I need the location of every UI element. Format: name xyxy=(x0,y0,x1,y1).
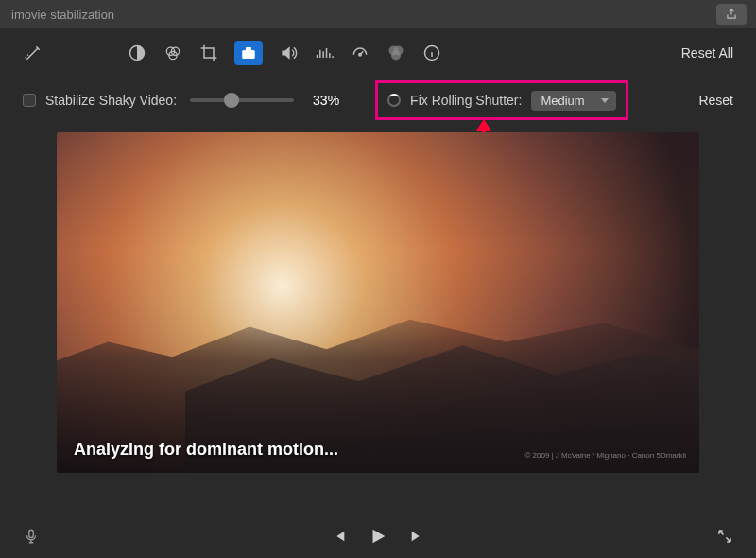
reset-button[interactable]: Reset xyxy=(698,93,733,108)
next-button[interactable] xyxy=(409,529,424,544)
slider-thumb[interactable] xyxy=(224,93,239,108)
magic-wand-icon[interactable] xyxy=(23,43,43,63)
spinner-icon xyxy=(387,94,401,107)
skip-back-icon xyxy=(332,529,347,544)
svg-point-9 xyxy=(391,51,401,61)
share-button[interactable] xyxy=(716,4,747,25)
voiceover-button[interactable] xyxy=(23,528,40,545)
playback-bar xyxy=(0,514,756,558)
playback-controls xyxy=(332,526,424,547)
svg-rect-11 xyxy=(29,530,34,537)
analysis-status: Analyzing for dominant motion... xyxy=(74,440,338,460)
microphone-icon xyxy=(23,528,40,545)
title-bar: imovie stabilization xyxy=(0,0,756,28)
stabilize-checkbox[interactable] xyxy=(23,94,36,107)
preview-watermark: © 2009 | J McVaine / Mignano · Canon 5Dm… xyxy=(524,451,686,460)
share-icon xyxy=(725,8,738,21)
svg-rect-4 xyxy=(242,50,255,59)
color-correction-icon[interactable] xyxy=(163,43,183,63)
noise-reduction-icon[interactable] xyxy=(314,43,335,63)
volume-icon[interactable] xyxy=(278,43,299,63)
rolling-shutter-group: Fix Rolling Shutter: Medium xyxy=(375,80,628,120)
expand-icon xyxy=(716,528,733,545)
inspector-toolbar: Reset All xyxy=(0,28,756,78)
stabilize-label: Stabilize Shaky Video: xyxy=(45,93,177,108)
color-balance-icon[interactable] xyxy=(127,43,147,63)
prev-button[interactable] xyxy=(332,529,347,544)
rolling-shutter-label: Fix Rolling Shutter: xyxy=(410,93,522,108)
reset-all-button[interactable]: Reset All xyxy=(681,45,733,61)
info-icon[interactable] xyxy=(421,43,442,63)
stabilization-icon[interactable] xyxy=(234,41,263,65)
stabilize-slider[interactable] xyxy=(190,98,294,102)
color-filter-icon[interactable] xyxy=(386,43,406,63)
svg-point-6 xyxy=(359,53,362,56)
svg-rect-5 xyxy=(246,47,251,51)
play-button[interactable] xyxy=(368,526,388,547)
fullscreen-button[interactable] xyxy=(716,528,733,545)
dropdown-value: Medium xyxy=(541,94,584,108)
play-icon xyxy=(368,526,388,547)
crop-icon[interactable] xyxy=(198,43,219,63)
skip-forward-icon xyxy=(409,529,424,544)
stabilization-controls: Stabilize Shaky Video: 33% Fix Rolling S… xyxy=(0,78,756,123)
window-title: imovie stabilization xyxy=(11,8,114,22)
stabilize-percent: 33% xyxy=(313,93,339,108)
video-preview[interactable]: Analyzing for dominant motion... © 2009 … xyxy=(57,132,699,473)
rolling-shutter-dropdown[interactable]: Medium xyxy=(531,91,616,111)
speed-icon[interactable] xyxy=(350,43,370,63)
